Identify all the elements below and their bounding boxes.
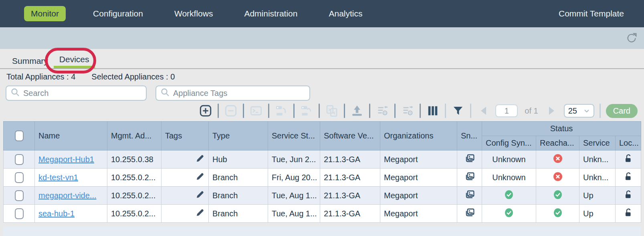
tabs-bar: Summary Devices	[0, 49, 644, 69]
search-input[interactable]	[23, 89, 142, 98]
tab-devices[interactable]: Devices	[54, 51, 95, 68]
select-all-checkbox[interactable]	[15, 130, 24, 141]
edit-tags-icon[interactable]	[195, 154, 205, 165]
appliance-name-link[interactable]: sea-hub-1	[38, 209, 75, 218]
snapshot-icon[interactable]	[464, 171, 476, 185]
previous-page-icon	[476, 104, 490, 118]
row-checkbox[interactable]	[15, 172, 24, 183]
upload-icon	[350, 104, 364, 118]
table-toolbar: of 1 25 Card	[0, 103, 644, 121]
in-sync-icon	[504, 189, 514, 202]
edit-tags-icon[interactable]	[195, 208, 205, 220]
export-template-icon	[401, 104, 414, 118]
edit-tags-icon[interactable]	[195, 172, 205, 183]
appliance-name-link[interactable]: megaport-vide...	[38, 191, 97, 200]
column-header-mgmt-address[interactable]: Mgmt. Ad...	[107, 122, 162, 151]
column-header-organizations[interactable]: Organizations	[380, 122, 457, 151]
snapshot-icon[interactable]	[464, 153, 476, 167]
column-header-reachability[interactable]: Reacha...	[536, 136, 579, 151]
in-sync-icon	[504, 208, 514, 220]
nav-item-monitor[interactable]: Monitor	[24, 6, 66, 21]
snapshot-icon[interactable]	[464, 189, 476, 203]
terminal-icon	[249, 104, 263, 118]
unreachable-icon	[553, 171, 563, 184]
service-status-cell: Fri, Aug 20...	[268, 169, 320, 187]
appliance-name-link[interactable]: kd-test-vn1	[38, 173, 78, 182]
type-cell: Branch	[209, 205, 268, 223]
copy-config-icon	[325, 104, 339, 118]
service-status-cell: Tue, Aug 1...	[268, 187, 320, 205]
columns-icon[interactable]	[426, 104, 440, 118]
reachable-icon	[553, 208, 563, 220]
search-icon	[160, 87, 170, 99]
unlocked-icon[interactable]	[623, 171, 634, 184]
appliance-name-link[interactable]: Megaport-Hub1	[38, 155, 94, 164]
type-cell: Branch	[209, 169, 268, 187]
snapshot-icon[interactable]	[464, 207, 476, 221]
nav-item-analytics[interactable]: Analytics	[325, 6, 366, 22]
row-checkbox[interactable]	[15, 190, 24, 201]
chevron-down-icon	[583, 108, 590, 114]
device-redeploy-icon	[275, 104, 288, 118]
mgmt-address-cell: 10.255.0.2...	[107, 169, 162, 187]
page-size-value: 25	[568, 106, 577, 116]
software-version-cell: 21.1.3-GA	[320, 151, 380, 169]
appliance-tags-input[interactable]	[173, 89, 305, 98]
table-footer-strip	[3, 226, 641, 236]
type-cell: Hub	[209, 151, 268, 169]
config-sync-cell: Unknown	[482, 151, 536, 169]
organization-cell: Megaport	[380, 205, 457, 223]
unlocked-icon[interactable]	[623, 189, 634, 202]
reachable-icon	[553, 189, 563, 202]
column-header-service[interactable]: Service	[579, 136, 616, 151]
column-header-config-sync[interactable]: Config Syn...	[482, 136, 536, 151]
filter-icon[interactable]	[451, 104, 465, 118]
mgmt-address-cell: 10.255.0.2...	[107, 187, 162, 205]
service-cell: Unkn...	[579, 169, 616, 187]
column-header-software-version[interactable]: Software Ve...	[320, 122, 380, 151]
service-status-cell: Tue, Aug 1...	[268, 205, 320, 223]
service-cell: Up	[579, 205, 616, 223]
table-row: megaport-vide... 10.255.0.2... Branch Tu…	[4, 187, 641, 205]
nav-item-administration[interactable]: Administration	[240, 6, 301, 22]
remove-appliance-icon	[224, 104, 238, 118]
organization-cell: Megaport	[380, 151, 457, 169]
service-cell: Up	[579, 187, 616, 205]
service-status-cell: Tue, Jun 2...	[268, 151, 320, 169]
tab-summary[interactable]: Summary	[6, 52, 54, 68]
row-checkbox[interactable]	[15, 154, 24, 165]
top-navbar: Monitor Configuration Workflows Administ…	[0, 0, 644, 27]
commit-template-button[interactable]: Commit Template	[559, 9, 624, 18]
nav-item-configuration[interactable]: Configuration	[89, 6, 147, 22]
search-row	[0, 84, 644, 103]
unlocked-icon[interactable]	[623, 208, 634, 220]
card-view-button[interactable]: Card	[606, 104, 638, 118]
appliance-tags-box[interactable]	[155, 85, 310, 101]
unreachable-icon	[553, 153, 563, 166]
nav-item-workflows[interactable]: Workflows	[170, 6, 217, 22]
edit-tags-icon[interactable]	[195, 190, 205, 201]
device-restore-icon	[300, 104, 313, 118]
column-header-service-status[interactable]: Service St...	[268, 122, 320, 151]
page-size-select[interactable]: 25	[564, 104, 594, 118]
page-count-label: of 1	[525, 106, 538, 116]
page-number-input[interactable]	[495, 104, 518, 117]
mgmt-address-cell: 10.255.0.38	[107, 151, 162, 169]
config-sync-cell: Unknown	[482, 169, 536, 187]
search-box[interactable]	[6, 85, 147, 101]
service-cell: Unkn...	[579, 151, 616, 169]
refresh-icon[interactable]	[626, 32, 638, 44]
total-appliances-label: Total Appliances : 4	[6, 72, 75, 81]
type-cell: Branch	[209, 187, 268, 205]
column-header-lock[interactable]: Loc...	[616, 136, 641, 151]
add-appliance-icon[interactable]	[199, 104, 212, 118]
software-version-cell: 21.1.3-GA	[320, 169, 380, 187]
column-header-name[interactable]: Name	[35, 122, 107, 151]
unlocked-icon[interactable]	[623, 153, 634, 166]
organization-cell: Megaport	[380, 187, 457, 205]
appliances-table: Name Mgmt. Ad... Tags Type Service St...…	[3, 121, 641, 223]
column-header-type[interactable]: Type	[209, 122, 268, 151]
column-header-snapshot[interactable]: Sn...	[457, 122, 482, 151]
row-checkbox[interactable]	[15, 208, 24, 219]
column-header-tags[interactable]: Tags	[162, 122, 209, 151]
